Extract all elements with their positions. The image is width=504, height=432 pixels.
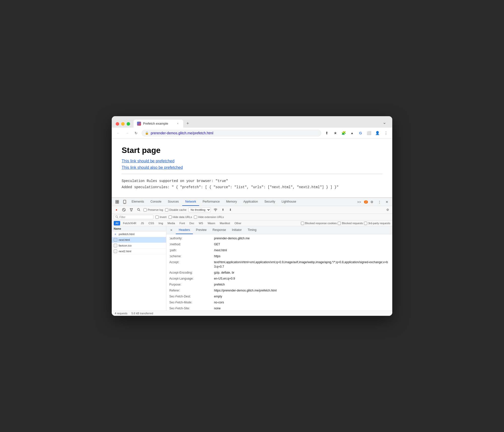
menu-icon[interactable]: ⋮ — [382, 130, 389, 137]
third-party-checkbox[interactable] — [364, 222, 367, 225]
import-har-button[interactable]: ⬆ — [220, 207, 226, 213]
new-tab-button[interactable]: + — [184, 120, 191, 127]
request-item-next2[interactable]: □ next2.html — [112, 249, 166, 254]
devtools-more-options-button[interactable]: ⋮ — [376, 198, 383, 205]
type-btn-manifest[interactable]: Manifest — [218, 221, 232, 225]
request-name-prefetch: prefetch.html — [119, 233, 135, 236]
disable-cache-label[interactable]: Disable cache — [165, 208, 186, 212]
preserve-log-checkbox[interactable] — [144, 208, 147, 212]
browser-toolbar-icons: ⬆ ★ 🧩 ▲ G ⬜ 👤 ⋮ — [323, 130, 389, 137]
header-referer: Referer: https://prerender-demos.glitch.… — [166, 288, 392, 293]
type-btn-ws[interactable]: WS — [197, 221, 205, 225]
close-headers-button[interactable]: ✕ — [168, 227, 174, 233]
headers-tab-response[interactable]: Response — [210, 226, 229, 234]
blocked-requests-label[interactable]: Blocked requests — [338, 222, 363, 225]
headers-tab-initiator[interactable]: Initiator — [229, 226, 245, 234]
refresh-button[interactable]: ↻ — [133, 130, 140, 137]
forward-button[interactable]: → — [124, 130, 131, 137]
grid-icon[interactable]: ⬜ — [365, 130, 372, 137]
device-toolbar-button[interactable] — [121, 198, 128, 205]
link-1[interactable]: This link should be prefetched — [122, 159, 382, 163]
share-icon[interactable]: ⬆ — [323, 130, 330, 137]
page-title: Start page — [122, 146, 382, 155]
tab-security[interactable]: Security — [261, 198, 278, 206]
type-btn-fetch-xhr[interactable]: Fetch/XHR — [121, 221, 138, 225]
online-icon[interactable] — [213, 207, 218, 213]
tab-sources[interactable]: Sources — [165, 198, 182, 206]
address-field[interactable]: 🔒 prerender-demos.glitch.me/prefetch.htm… — [142, 130, 321, 137]
user-icon-a[interactable]: ▲ — [349, 130, 356, 137]
invert-label[interactable]: Invert — [155, 216, 167, 219]
address-bar-row: ← → ↻ 🔒 prerender-demos.glitch.me/prefet… — [112, 128, 392, 139]
google-icon[interactable]: G — [357, 130, 364, 137]
more-tabs-button[interactable]: >> — [356, 198, 362, 205]
throttle-select[interactable]: No throttling — [188, 207, 211, 212]
minimize-traffic-light[interactable] — [121, 122, 125, 126]
tab-memory[interactable]: Memory — [223, 198, 240, 206]
bookmark-icon[interactable]: ★ — [332, 130, 339, 137]
notification-badge: 2 — [364, 200, 368, 204]
preserve-log-label[interactable]: Preserve log — [144, 208, 163, 212]
header-path: :path: /next.html — [166, 247, 392, 253]
type-btn-media[interactable]: Media — [166, 221, 177, 225]
active-tab[interactable]: Prefetch example × — [134, 120, 183, 128]
link-2[interactable]: This link should also be prefetched — [122, 165, 382, 170]
tab-console[interactable]: Console — [147, 198, 164, 206]
profile-icon[interactable]: 👤 — [374, 130, 381, 137]
request-item-next[interactable]: □ next.html — [112, 237, 166, 243]
blocked-response-label[interactable]: Blocked response cookies — [301, 222, 337, 225]
inspect-element-button[interactable] — [114, 198, 121, 205]
type-btn-doc[interactable]: Doc — [188, 221, 196, 225]
tab-menu-button[interactable]: ⌄ — [381, 119, 388, 126]
filter-input-wrap[interactable] — [114, 215, 153, 219]
next2-icon: □ — [114, 250, 117, 253]
devtools-close-button[interactable]: ✕ — [383, 198, 390, 205]
network-settings-button[interactable]: ⚙ — [385, 207, 390, 213]
tab-elements[interactable]: Elements — [129, 198, 147, 206]
request-item-prefetch[interactable]: ≡ prefetch.html — [112, 231, 166, 237]
type-btn-wasm[interactable]: Wasm — [206, 221, 217, 225]
type-btn-other[interactable]: Other — [233, 221, 243, 225]
blocked-response-checkbox[interactable] — [301, 222, 304, 225]
type-btn-all[interactable]: All — [114, 221, 120, 225]
blocked-requests-checkbox[interactable] — [338, 222, 341, 225]
hide-data-urls-label[interactable]: Hide data URLs — [169, 216, 192, 219]
fullscreen-traffic-light[interactable] — [127, 122, 130, 126]
headers-tab-headers[interactable]: Headers — [176, 226, 193, 234]
header-accept-encoding: Accept-Encoding: gzip, deflate, br — [166, 270, 392, 276]
record-button[interactable]: ● — [114, 207, 119, 213]
hide-data-urls-checkbox[interactable] — [169, 216, 172, 219]
headers-content: :authority: prerender-demos.glitch.me :m… — [166, 234, 392, 311]
clear-button[interactable] — [121, 207, 127, 213]
request-name-next2: next2.html — [119, 250, 131, 253]
tab-application[interactable]: Application — [240, 198, 261, 206]
invert-checkbox[interactable] — [155, 216, 159, 219]
favicon-icon: □ — [114, 244, 117, 247]
tab-performance[interactable]: Performance — [200, 198, 223, 206]
search-button[interactable] — [136, 207, 142, 213]
third-party-label[interactable]: 3rd-party requests — [364, 222, 390, 225]
header-method: :method: GET — [166, 241, 392, 247]
disable-cache-checkbox[interactable] — [165, 208, 168, 212]
type-btn-js[interactable]: JS — [139, 221, 146, 225]
tab-close-button[interactable]: × — [176, 122, 180, 126]
back-button[interactable]: ← — [115, 130, 122, 137]
hide-ext-urls-label[interactable]: Hide extension URLs — [194, 216, 224, 219]
filter-toggle-button[interactable] — [129, 207, 134, 213]
export-har-button[interactable]: ⬇ — [228, 207, 233, 213]
request-item-favicon[interactable]: □ favicon.ico — [112, 243, 166, 249]
close-traffic-light[interactable] — [116, 122, 119, 126]
extensions-icon[interactable]: 🧩 — [340, 130, 347, 137]
type-btn-font[interactable]: Font — [178, 221, 187, 225]
type-btn-img[interactable]: Img — [157, 221, 165, 225]
headers-tab-preview[interactable]: Preview — [193, 226, 210, 234]
devtools-settings-button[interactable]: ⚙ — [368, 198, 375, 205]
tab-lighthouse[interactable]: Lighthouse — [279, 198, 299, 206]
headers-panel: ✕ Headers Preview Response Initiator Tim… — [166, 226, 392, 311]
tab-network[interactable]: Network — [182, 198, 199, 206]
headers-tab-timing[interactable]: Timing — [245, 226, 259, 234]
type-btn-css[interactable]: CSS — [147, 221, 156, 225]
hide-ext-urls-checkbox[interactable] — [194, 216, 197, 219]
filter-input[interactable] — [119, 216, 149, 218]
svg-line-7 — [123, 209, 125, 211]
